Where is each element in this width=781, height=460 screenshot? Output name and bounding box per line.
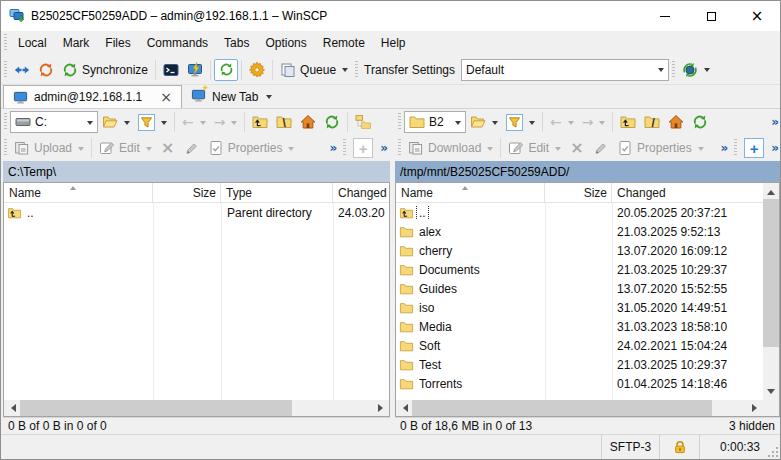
menu-help[interactable]: Help	[373, 33, 414, 53]
file-row[interactable]: Media 31.03.2023 18:58:10	[396, 317, 763, 336]
file-row[interactable]: Test 21.03.2025 10:29:37	[396, 355, 763, 374]
file-row[interactable]: iso 31.05.2020 14:49:51	[396, 298, 763, 317]
tab-close-icon[interactable]: ×	[160, 90, 172, 104]
menu-remote[interactable]: Remote	[315, 33, 373, 53]
remote-forward-button[interactable]: →	[578, 110, 610, 134]
remote-drive-combo[interactable]: B2	[404, 111, 466, 133]
local-home-button[interactable]	[296, 110, 320, 134]
remote-back-button[interactable]: ←	[546, 110, 578, 134]
refresh-session-button[interactable]	[214, 59, 238, 81]
local-forward-button[interactable]: →	[210, 110, 242, 134]
open-console-button[interactable]	[159, 58, 183, 82]
column-header-name[interactable]: Name	[4, 183, 153, 202]
toolbar-overflow-chevron[interactable]: »	[768, 141, 781, 155]
column-header-size[interactable]: Size	[545, 183, 612, 202]
file-row[interactable]: .. 20.05.2025 20:37:21	[396, 203, 763, 222]
local-back-button[interactable]: ←	[178, 110, 210, 134]
local-refresh-button[interactable]	[320, 110, 344, 134]
scrollbar-thumb[interactable]	[412, 400, 712, 416]
scroll-left-button[interactable]	[4, 400, 20, 416]
local-parent-directory-button[interactable]	[248, 110, 272, 134]
remote-properties-button[interactable]: Properties	[613, 136, 708, 160]
toolbar-overflow-chevron[interactable]: »	[717, 141, 731, 155]
menu-tabs[interactable]: Tabs	[216, 33, 257, 53]
chevron-down-icon	[266, 95, 272, 102]
toolbar-overflow-chevron[interactable]: »	[326, 141, 340, 155]
remote-vertical-scrollbar[interactable]	[763, 183, 779, 400]
remote-path-bar[interactable]: /tmp/mnt/B25025CF50259ADD/	[395, 161, 780, 182]
maximize-button[interactable]	[688, 1, 734, 31]
menu-options[interactable]: Options	[257, 33, 314, 53]
column-header-name[interactable]: Name	[396, 183, 545, 202]
local-add-button[interactable]: +	[349, 136, 377, 160]
remote-root-directory-button[interactable]: /	[640, 110, 664, 134]
synchronize-button[interactable]: Synchronize	[58, 58, 152, 82]
local-path-bar[interactable]: C:\Temp\	[3, 161, 390, 182]
swap-panels-button[interactable]	[10, 58, 34, 82]
scroll-up-button[interactable]	[763, 183, 779, 199]
scroll-left-button[interactable]	[396, 400, 412, 416]
preferences-button[interactable]	[245, 58, 269, 82]
scroll-right-button[interactable]	[373, 400, 389, 416]
remote-refresh-button[interactable]	[688, 110, 712, 134]
local-rename-button[interactable]	[180, 136, 204, 160]
file-row[interactable]: Soft 24.02.2021 15:04:24	[396, 336, 763, 355]
upload-button[interactable]: Upload	[10, 136, 88, 160]
protocol-cell[interactable]: SFTP-3	[602, 435, 660, 459]
column-header-type[interactable]: Type	[221, 183, 333, 202]
remote-rename-button[interactable]	[589, 136, 613, 160]
download-button[interactable]: Download	[404, 136, 497, 160]
transfer-options-button[interactable]	[678, 58, 714, 82]
scrollbar-thumb[interactable]	[763, 199, 779, 347]
file-row[interactable]: cherry 13.07.2020 16:09:12	[396, 241, 763, 260]
remote-filter-button[interactable]	[502, 110, 539, 134]
file-row[interactable]: Guides 13.07.2020 15:52:55	[396, 279, 763, 298]
column-header-changed[interactable]: Changed	[333, 183, 389, 202]
remote-add-button[interactable]: +	[740, 136, 768, 160]
remote-delete-button[interactable]: ×	[565, 136, 589, 160]
toolbar-overflow-chevron[interactable]: »	[377, 141, 391, 155]
synchronize-browsing-button[interactable]	[34, 58, 58, 82]
menu-local[interactable]: Local	[10, 33, 55, 53]
local-delete-button[interactable]: ×	[156, 136, 180, 160]
menu-mark[interactable]: Mark	[55, 33, 98, 53]
local-drive-combo[interactable]: C:	[10, 111, 98, 133]
local-directory-tree-button[interactable]	[351, 110, 375, 134]
remote-open-directory-button[interactable]	[466, 110, 502, 134]
remote-command-button[interactable]	[183, 58, 207, 82]
menu-commands[interactable]: Commands	[139, 33, 216, 53]
column-header-size[interactable]: Size	[153, 183, 221, 202]
session-tab[interactable]: admin@192.168.1.1 ×	[3, 85, 182, 108]
minimize-button[interactable]	[642, 1, 688, 31]
file-row[interactable]: .. Parent directory 24.03.20	[4, 203, 389, 222]
close-button[interactable]: ×	[734, 1, 780, 31]
remote-horizontal-scrollbar[interactable]	[396, 400, 763, 416]
file-row[interactable]: Documents 21.03.2025 10:29:37	[396, 260, 763, 279]
title-bar[interactable]: B25025CF50259ADD – admin@192.168.1.1 – W…	[1, 1, 780, 31]
scrollbar-thumb[interactable]	[20, 400, 292, 416]
file-row[interactable]: alex 21.03.2025 9:52:13	[396, 222, 763, 241]
resize-grip-icon[interactable]	[767, 446, 779, 458]
remote-parent-directory-button[interactable]	[616, 110, 640, 134]
transfer-settings-combo[interactable]: Default	[461, 59, 669, 81]
local-properties-button[interactable]: Properties	[204, 136, 299, 160]
scroll-down-button[interactable]	[763, 384, 779, 400]
local-horizontal-scrollbar[interactable]	[4, 400, 389, 416]
encryption-cell[interactable]	[660, 435, 700, 459]
toolbar-overflow-chevron[interactable]: »	[768, 115, 781, 129]
queue-button[interactable]: Queue	[276, 58, 352, 82]
hidden-files-count[interactable]: 3 hidden	[729, 419, 775, 433]
menu-files[interactable]: Files	[97, 33, 138, 53]
column-header-changed[interactable]: Changed	[612, 183, 763, 202]
local-root-directory-button[interactable]: \	[272, 110, 296, 134]
local-edit-button[interactable]: Edit	[95, 136, 156, 160]
new-tab-button[interactable]: ✦ New Tab	[182, 85, 281, 108]
remote-home-button[interactable]	[664, 110, 688, 134]
toolbar-separator	[542, 112, 543, 132]
remote-edit-button[interactable]: Edit	[504, 136, 565, 160]
local-filter-button[interactable]	[134, 110, 171, 134]
file-row[interactable]: Torrents 01.04.2025 14:18:46	[396, 374, 763, 393]
scroll-right-button[interactable]	[747, 400, 763, 416]
file-name: Guides	[417, 282, 459, 296]
local-open-directory-button[interactable]	[98, 110, 134, 134]
